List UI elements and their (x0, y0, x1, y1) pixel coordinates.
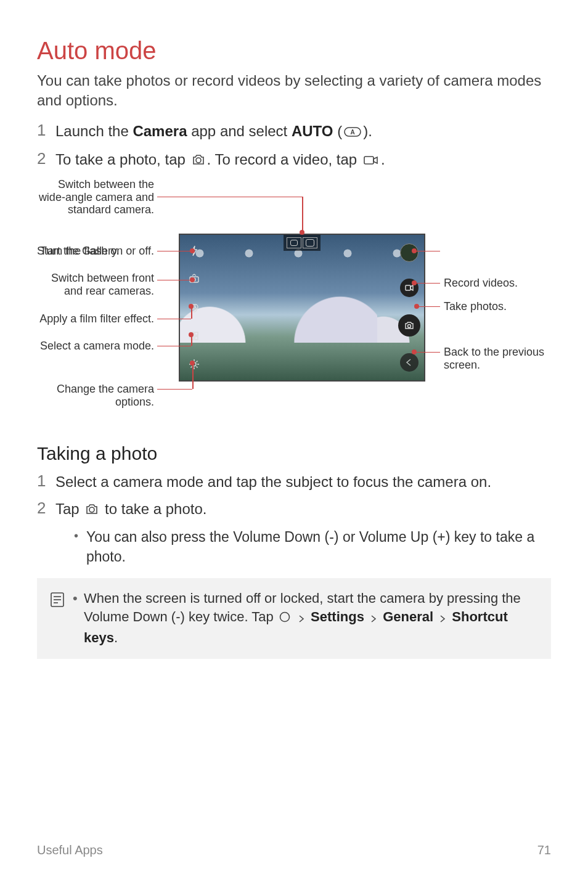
step-number-1: 1 (37, 121, 55, 140)
step-1-text: Launch the Camera app and select AUTO (A… (55, 121, 372, 144)
label-lens-switch: Switch between the wide-angle camera and… (37, 178, 154, 216)
photo-step-1-text: Select a camera mode and tap the subject… (55, 472, 491, 492)
standard-lens-toggle-icon (303, 237, 317, 248)
step-2-frag-a: To take a photo, tap (55, 151, 190, 168)
note-body: • When the screen is turned off or locke… (73, 589, 539, 648)
settings-label: Settings (311, 609, 364, 624)
photo-step-2-text: Tap to take a photo. (55, 499, 207, 521)
photo-step-number-2: 2 (37, 499, 55, 518)
step-2-frag-c: . (381, 151, 385, 168)
footer-page-number: 71 (537, 843, 551, 857)
volume-key-bullet: • You can also press the Volume Down (-)… (74, 527, 551, 566)
camera-app-name: Camera (133, 123, 187, 139)
photo-step-2-frag-a: Tap (55, 500, 83, 517)
label-back: Back to the previous screen. (444, 346, 561, 371)
label-mode: Select a camera mode. (37, 340, 154, 353)
auto-mode-icon: A (343, 123, 362, 144)
label-record: Record videos. (444, 277, 561, 290)
note-icon (48, 589, 73, 611)
photo-button-icon (398, 314, 420, 337)
back-button-icon (400, 353, 419, 372)
step-2: 2 To take a photo, tap . To record a vid… (37, 149, 551, 172)
svg-rect-3 (364, 157, 374, 164)
general-label: General (383, 609, 433, 624)
photo-step-2: 2 Tap to take a photo. (37, 499, 551, 521)
bullet-dot: • (74, 527, 86, 566)
footer-section: Useful Apps (37, 843, 103, 857)
svg-point-21 (280, 613, 289, 622)
step-2-text: To take a photo, tap . To record a video… (55, 149, 385, 172)
svg-rect-10 (195, 332, 198, 335)
step-2-frag-b: . To record a video, tap (207, 151, 361, 168)
video-record-icon (362, 151, 380, 172)
camera-preview-mock (179, 234, 425, 382)
step-1-frag-e: ( (333, 123, 343, 139)
note-box: • When the screen is turned off or locke… (37, 578, 551, 659)
photo-step-1: 1 Select a camera mode and tap the subje… (37, 472, 551, 492)
camera-shutter-icon (191, 151, 206, 172)
lens-toggle (284, 235, 321, 251)
home-circle-icon (279, 610, 291, 629)
note-frag-e: . (114, 630, 118, 645)
label-gallery: Start the Gallery. (37, 245, 154, 258)
intro-paragraph: You can take photos or record videos by … (37, 71, 551, 111)
photo-step-number-1: 1 (37, 472, 55, 491)
camera-ui-diagram: Switch between the wide-angle camera and… (37, 178, 561, 425)
label-filter: Apply a film filter effect. (37, 312, 154, 325)
wide-angle-toggle-icon (287, 237, 301, 248)
step-1: 1 Launch the Camera app and select AUTO … (37, 121, 551, 144)
svg-point-2 (196, 158, 201, 163)
photo-step-2-frag-b: to take a photo. (100, 500, 206, 517)
svg-rect-14 (406, 285, 410, 290)
label-take-photo: Take photos. (444, 300, 561, 313)
taking-photo-heading: Taking a photo (37, 443, 551, 464)
label-options: Change the camera options. (37, 383, 154, 408)
svg-point-15 (408, 324, 411, 327)
chevron-right-icon-3 (438, 610, 447, 629)
svg-rect-12 (195, 337, 198, 340)
chevron-right-icon-2 (369, 610, 378, 629)
volume-key-text: You can also press the Volume Down (-) o… (86, 527, 551, 566)
step-1-frag-c: app and select (187, 123, 292, 139)
page-title: Auto mode (37, 37, 551, 65)
chevron-right-icon (297, 610, 306, 629)
auto-label: AUTO (292, 123, 333, 139)
camera-shutter-icon-2 (84, 500, 99, 521)
svg-point-16 (89, 507, 94, 512)
step-1-frag-f: ). (363, 123, 372, 139)
label-front-rear: Switch between front and rear cameras. (37, 272, 154, 297)
svg-text:A: A (351, 129, 355, 136)
step-1-frag-a: Launch the (55, 123, 133, 139)
page-footer: Useful Apps 71 (37, 843, 551, 857)
step-number-2: 2 (37, 149, 55, 168)
